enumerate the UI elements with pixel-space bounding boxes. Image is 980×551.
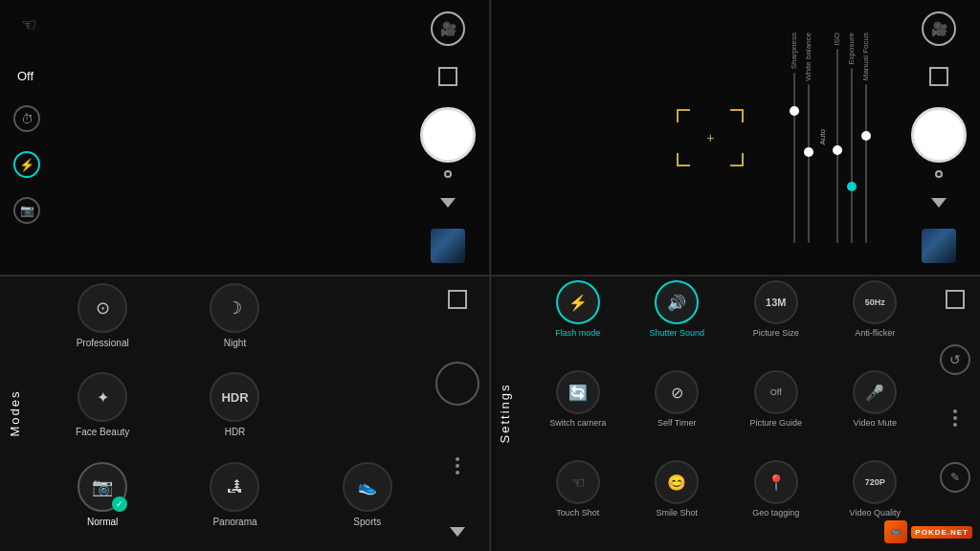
- iso-thumb: [833, 145, 842, 155]
- video-button[interactable]: 🎥: [431, 11, 465, 46]
- professional-mode: ☜ Off ⏱ ⚡ 📷 + Sharpness: [490, 0, 980, 276]
- setting-picture-guide[interactable]: Off Picture Guide: [728, 370, 824, 456]
- mode-panorama[interactable]: 🏞 Panorama: [172, 462, 297, 543]
- ev-label: Exposure: [847, 33, 856, 65]
- mode-face-beauty-icon: ✦: [78, 372, 127, 422]
- right-controls: 🎥: [420, 0, 476, 275]
- mf-thumb: [861, 131, 871, 141]
- shutter-button-q2[interactable]: [911, 107, 967, 163]
- expand-q3[interactable]: [450, 527, 465, 537]
- mode-panorama-icon: 🏞: [210, 462, 259, 512]
- ev-slider-col: Exposure: [847, 33, 856, 243]
- aspect-ratio-button[interactable]: [438, 67, 457, 86]
- setting-picture-size[interactable]: 13M Picture Size: [728, 280, 824, 366]
- sharpness-track[interactable]: [793, 73, 795, 243]
- sharpness-label: Sharpness: [790, 33, 798, 69]
- video-button-q2[interactable]: 🎥: [922, 11, 956, 46]
- mode-hdr[interactable]: HDR HDR: [172, 372, 297, 453]
- flash-icon-btn[interactable]: ⚡: [13, 151, 40, 178]
- right-controls-q3: [435, 276, 479, 551]
- setting-switch-camera[interactable]: 🔄 Switch camera: [530, 370, 626, 456]
- shutter-q3: [435, 362, 479, 406]
- setting-geo-tagging[interactable]: 📍 Geo tagging: [728, 460, 824, 546]
- switch-camera-label: Switch camera: [549, 418, 606, 429]
- picture-guide-label: Picture Guide: [749, 418, 802, 429]
- setting-shutter-sound[interactable]: 🔊 Shutter Sound: [630, 280, 725, 366]
- three-dots-q4[interactable]: [953, 409, 957, 427]
- edit-button[interactable]: ✎: [940, 462, 970, 493]
- setting-self-timer[interactable]: ⊘ Self Timer: [630, 370, 725, 456]
- flash-mode-label: Flash mode: [555, 328, 600, 339]
- iso-track[interactable]: [836, 49, 838, 242]
- mode-professional[interactable]: ⊙ Professional: [40, 283, 165, 364]
- mode-hdr-label: HDR: [225, 427, 246, 437]
- video-quality-label: Video Quality: [850, 508, 901, 518]
- mf-track[interactable]: [865, 84, 867, 243]
- shutter-sound-label: Shutter Sound: [649, 328, 704, 339]
- ev-track[interactable]: [851, 68, 853, 242]
- mode-sports-label: Sports: [353, 517, 381, 527]
- shutter-area: [420, 107, 476, 178]
- sharpness-thumb: [790, 106, 799, 116]
- mode-panorama-label: Panorama: [212, 517, 256, 527]
- switch-camera-icon: 🔄: [556, 370, 600, 414]
- settings-panel: Settings ⚡ Flash mode 🔊 Shutter Sound 13…: [490, 276, 980, 551]
- video-quality-value: 720P: [865, 477, 885, 487]
- mode-sports[interactable]: 👟 Sports: [305, 462, 430, 543]
- pokde-watermark: 🎮 POKDE.NET: [884, 520, 972, 543]
- mode-night-icon: ☽: [210, 283, 259, 333]
- setting-video-mute[interactable]: 🎤 Video Mute: [828, 370, 924, 456]
- smile-shot-icon: 😊: [655, 460, 699, 504]
- setting-smile-shot[interactable]: 😊 Smile Shot: [630, 460, 725, 546]
- wb-slider-col: White balance: [804, 33, 813, 243]
- settings-grid: ⚡ Flash mode 🔊 Shutter Sound 13M Picture…: [530, 280, 923, 546]
- shutter-sound-icon: 🔊: [655, 280, 699, 324]
- modes-panel: Modes ⊙ Professional ☽ Night ✦ Face Beau…: [0, 276, 490, 551]
- camera-mode-btn[interactable]: 📷: [13, 197, 40, 224]
- wb-track[interactable]: [808, 84, 810, 242]
- touch-shot-icon: ☜: [556, 460, 600, 504]
- smile-shot-label: Smile Shot: [656, 508, 698, 518]
- video-mute-icon: 🎤: [853, 370, 897, 414]
- setting-flash-mode[interactable]: ⚡ Flash mode: [530, 280, 626, 366]
- mode-normal[interactable]: 📷 ✓ Normal: [40, 462, 165, 543]
- video-quality-icon: 720P: [853, 460, 897, 504]
- shutter-ring-q3[interactable]: [435, 362, 479, 406]
- expand-button[interactable]: [440, 198, 456, 208]
- picture-guide-icon: Off: [754, 370, 798, 414]
- auto-label: Auto: [818, 129, 827, 144]
- active-check-badge: ✓: [112, 496, 127, 512]
- expand-button-q2[interactable]: [931, 198, 947, 208]
- iso-slider-col: ISO: [833, 33, 841, 243]
- geo-tagging-label: Geo tagging: [752, 508, 799, 518]
- right-controls-q2: 🎥: [911, 0, 967, 275]
- shutter-button[interactable]: [420, 107, 476, 163]
- anti-flicker-label: Anti-flicker: [855, 328, 895, 339]
- video-mute-label: Video Mute: [854, 418, 897, 429]
- pokde-avatar: 🎮: [884, 520, 907, 543]
- right-controls-q4: ↺ ✎: [940, 276, 970, 551]
- settings-sidebar-label: Settings: [498, 384, 512, 444]
- mode-night[interactable]: ☽ Night: [172, 283, 297, 364]
- timer-icon-btn[interactable]: ⏱: [13, 105, 40, 132]
- mode-professional-label: Professional: [77, 338, 129, 348]
- picture-size-value: 13M: [766, 297, 786, 308]
- dot-indicator: [444, 170, 452, 178]
- setting-anti-flicker[interactable]: 50Hz Anti-flicker: [828, 280, 924, 366]
- refresh-button[interactable]: ↺: [940, 344, 970, 375]
- mode-face-beauty[interactable]: ✦ Face Beauty: [40, 372, 165, 453]
- aspect-ratio-q2[interactable]: [929, 67, 948, 86]
- aspect-ratio-q3[interactable]: [448, 290, 467, 309]
- flash-mode-icon: ⚡: [556, 280, 600, 324]
- three-dots-q3[interactable]: [456, 457, 459, 474]
- setting-touch-shot[interactable]: ☜ Touch Shot: [530, 460, 626, 546]
- gallery-thumbnail[interactable]: [431, 229, 465, 263]
- touch-icon[interactable]: ☜: [13, 10, 44, 40]
- mf-slider-col: Manual Focus: [861, 33, 870, 243]
- modes-grid: ⊙ Professional ☽ Night ✦ Face Beauty HDR…: [40, 283, 430, 543]
- gallery-thumbnail-q2[interactable]: [922, 229, 956, 263]
- aspect-ratio-q4[interactable]: [946, 290, 965, 309]
- vertical-divider: [490, 0, 491, 551]
- mode-normal-icon: 📷 ✓: [78, 462, 127, 512]
- mode-face-beauty-label: Face Beauty: [76, 427, 129, 437]
